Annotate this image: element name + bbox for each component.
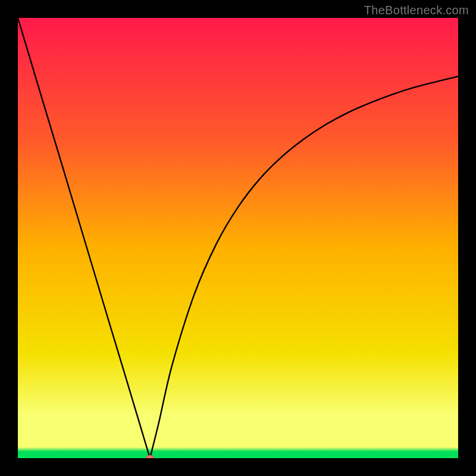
bottleneck-chart (18, 18, 458, 458)
plot-area (18, 18, 458, 458)
chart-frame: TheBottleneck.com (0, 0, 476, 476)
watermark-text: TheBottleneck.com (364, 4, 469, 17)
